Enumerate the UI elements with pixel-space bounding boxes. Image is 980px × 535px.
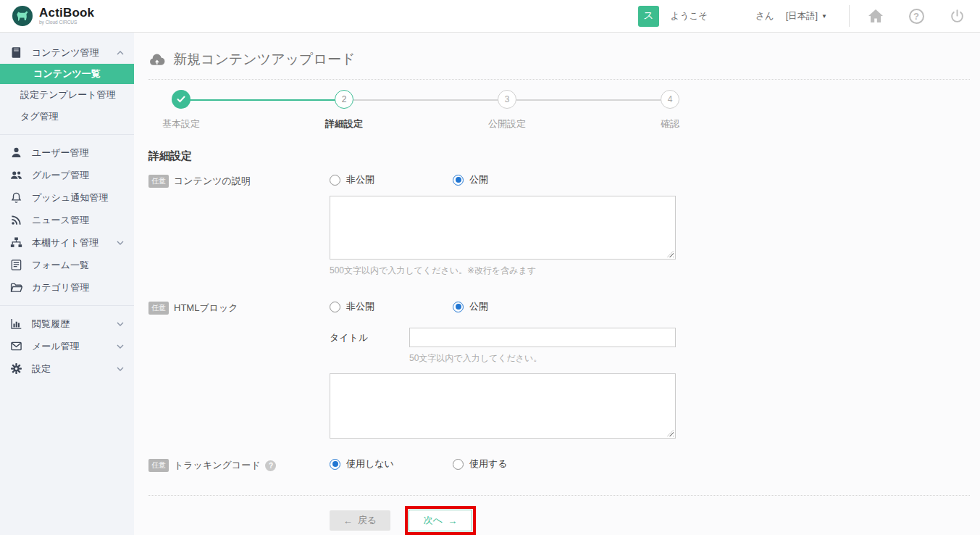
header-divider: [849, 5, 850, 27]
radio-label: 使用しない: [346, 457, 394, 470]
chevron-down-icon: [117, 322, 124, 326]
folder-icon: [10, 281, 22, 294]
sidebar-item-settings[interactable]: 設定: [0, 357, 134, 380]
language-label: [日本語]: [786, 10, 818, 22]
logout-button[interactable]: [948, 7, 966, 25]
chevron-down-icon: [117, 367, 124, 371]
chevron-down-icon: ▼: [821, 13, 827, 20]
htmlblock-title-input[interactable]: [409, 328, 676, 347]
brand-name: ActiBook: [39, 7, 94, 19]
group-icon: [10, 169, 22, 181]
sidebar-item-user-mgmt[interactable]: ユーザー管理: [0, 141, 134, 164]
tracking-help-icon[interactable]: ?: [265, 460, 276, 471]
wizard-connector: [353, 99, 500, 101]
radio-label: 非公開: [346, 300, 374, 313]
wizard-step-2: 2: [335, 90, 353, 109]
cloud-upload-icon: [148, 54, 167, 66]
sidebar-item-push-mgmt[interactable]: プッシュ通知管理: [0, 186, 134, 209]
brand-subtitle: by Cloud CIRCUS: [39, 20, 94, 25]
chevron-down-icon: [117, 241, 124, 245]
rss-icon: [10, 214, 22, 226]
page-title-text: 新規コンテンツアップロード: [173, 50, 355, 69]
welcome-text: ようこそ: [671, 10, 708, 22]
field-label-text: HTMLブロック: [174, 302, 238, 315]
sidebar-item-content-mgmt[interactable]: コンテンツ管理: [0, 41, 134, 64]
radio-description-private[interactable]: 非公開: [330, 173, 453, 186]
radio-circle-icon: [330, 302, 340, 312]
wizard-step-4: 4: [661, 90, 679, 109]
radio-circle-icon: [453, 175, 464, 186]
sidebar-item-news-mgmt[interactable]: ニュース管理: [0, 209, 134, 231]
sidebar-label: ユーザー管理: [32, 146, 125, 159]
sidebar-label: 本棚サイト管理: [32, 236, 117, 249]
home-button[interactable]: [867, 7, 884, 25]
radio-tracking-on[interactable]: 使用する: [453, 457, 576, 470]
back-button[interactable]: ← 戻る: [330, 510, 390, 531]
back-button-label: 戻る: [358, 514, 377, 527]
wizard-buttons: ← 戻る 次へ →: [330, 506, 970, 535]
sidebar-item-bookshelf-mgmt[interactable]: 本棚サイト管理: [0, 231, 134, 254]
radio-label: 公開: [469, 173, 488, 186]
gear-icon: [10, 362, 22, 375]
sidebar-label: カテゴリ管理: [32, 281, 125, 294]
optional-badge: 任意: [148, 302, 169, 315]
sidebar-item-mail-mgmt[interactable]: メール管理: [0, 335, 134, 357]
wizard-step-3: 3: [498, 90, 516, 109]
radio-label: 使用する: [469, 457, 508, 470]
sidebar-item-form-list[interactable]: フォーム一覧: [0, 254, 134, 276]
radio-htmlblock-private[interactable]: 非公開: [330, 300, 453, 313]
htmlblock-body-textarea[interactable]: [330, 373, 676, 439]
divider: [148, 79, 970, 80]
app-header: ActiBook by Cloud CIRCUS ス ようこそ さん [日本語]…: [0, 0, 980, 33]
wizard-connector: [516, 99, 663, 101]
envelope-icon: [10, 340, 22, 352]
radio-circle-icon: [330, 459, 340, 470]
sidebar-label: タグ管理: [20, 110, 59, 123]
wizard-step-number: 4: [668, 94, 673, 104]
sidebar-item-group-mgmt[interactable]: グループ管理: [0, 164, 134, 186]
sidebar-divider: [0, 134, 134, 135]
step-wizard: 2 3 4 基本設定 詳細設定 公開設定 確認: [148, 90, 735, 138]
user-avatar[interactable]: ス: [638, 6, 659, 27]
field-label-text: コンテンツの説明: [174, 175, 251, 188]
book-icon: [10, 46, 22, 59]
radio-circle-icon: [453, 459, 464, 470]
field-tracking-code: 任意 トラッキングコード ? 使用しない 使用する: [148, 457, 970, 472]
radio-label: 非公開: [346, 173, 374, 186]
language-selector[interactable]: [日本語] ▼: [786, 10, 827, 22]
wizard-step-label: 詳細設定: [293, 117, 395, 130]
description-textarea[interactable]: [330, 196, 676, 260]
sidebar-label: グループ管理: [32, 169, 125, 182]
sidebar: コンテンツ管理 コンテンツ一覧 設定テンプレート管理 タグ管理 ユーザー管理 グ…: [0, 33, 134, 535]
next-button[interactable]: 次へ →: [409, 510, 472, 531]
bell-icon: [10, 191, 22, 204]
radio-htmlblock-public[interactable]: 公開: [453, 300, 576, 313]
sidebar-item-tag-mgmt[interactable]: タグ管理: [0, 106, 134, 128]
sidebar-item-history[interactable]: 閲覧履歴: [0, 312, 134, 335]
sidebar-item-content-list[interactable]: コンテンツ一覧: [0, 64, 134, 84]
radio-description-public[interactable]: 公開: [453, 173, 576, 186]
wizard-step-label: 基本設定: [130, 117, 232, 130]
arrow-left-icon: ←: [343, 515, 353, 526]
sidebar-label: プッシュ通知管理: [32, 191, 125, 204]
field-html-block: 任意 HTMLブロック 非公開 公開 タイトル 50文字以内で入力してください。: [148, 300, 970, 439]
field-content-description: 任意 コンテンツの説明 非公開 公開 500文字以内で入力してください。※改行を…: [148, 173, 970, 277]
radio-circle-icon: [453, 302, 464, 312]
bar-chart-icon: [10, 318, 22, 330]
help-icon: ?: [909, 9, 924, 24]
page-title: 新規コンテンツアップロード: [148, 47, 970, 79]
annotation-highlight: 次へ →: [405, 506, 476, 535]
help-button[interactable]: ?: [908, 7, 925, 25]
app-logo[interactable]: ActiBook by Cloud CIRCUS: [12, 5, 94, 27]
optional-badge: 任意: [148, 175, 169, 188]
sidebar-item-category-mgmt[interactable]: カテゴリ管理: [0, 276, 134, 299]
radio-tracking-off[interactable]: 使用しない: [330, 457, 453, 470]
next-button-label: 次へ: [424, 514, 443, 527]
wizard-connector-done: [190, 99, 337, 101]
chevron-down-icon: [117, 344, 124, 349]
sidebar-item-template-mgmt[interactable]: 設定テンプレート管理: [0, 84, 134, 106]
sidebar-label: コンテンツ管理: [32, 46, 117, 59]
power-icon: [950, 9, 965, 24]
divider: [148, 495, 970, 496]
helper-text: 500文字以内で入力してください。※改行を含みます: [330, 265, 676, 277]
